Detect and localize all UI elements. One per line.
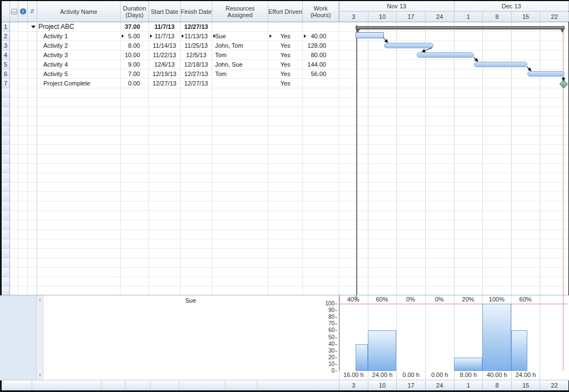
cell-empty[interactable] xyxy=(303,211,339,220)
cell-empty[interactable] xyxy=(181,145,212,154)
cell-empty[interactable] xyxy=(10,154,18,164)
cell-empty[interactable] xyxy=(18,268,28,277)
cell-empty[interactable] xyxy=(268,145,303,154)
cell-empty[interactable] xyxy=(268,98,303,107)
cell-empty[interactable] xyxy=(18,192,28,202)
cell-empty[interactable] xyxy=(2,230,10,239)
table-row-empty[interactable] xyxy=(2,145,339,154)
cell-num[interactable]: 3 xyxy=(2,41,10,51)
table-row-empty[interactable] xyxy=(2,117,339,126)
cell-empty[interactable] xyxy=(268,164,303,173)
cell-empty[interactable] xyxy=(37,117,121,126)
cell-empty[interactable] xyxy=(268,287,303,295)
cell-name[interactable]: Activity 5 xyxy=(37,69,121,79)
cell-num[interactable]: 7 xyxy=(2,79,10,88)
cell-empty[interactable] xyxy=(181,268,212,277)
cell-empty[interactable] xyxy=(149,164,181,173)
cell-num[interactable]: 2 xyxy=(2,32,10,41)
cell-empty[interactable] xyxy=(181,230,212,239)
column-header-info[interactable]: i xyxy=(18,1,28,22)
cell-empty[interactable] xyxy=(212,287,268,295)
table-row-empty[interactable] xyxy=(2,135,339,145)
cell-empty[interactable] xyxy=(2,164,10,173)
cell-empty[interactable] xyxy=(28,126,37,135)
cell-iconi3[interactable] xyxy=(28,41,37,51)
cell-empty[interactable] xyxy=(303,173,339,183)
cell-duration[interactable]: 10.00 xyxy=(121,51,149,60)
cell-empty[interactable] xyxy=(149,220,181,230)
cell-empty[interactable] xyxy=(268,183,303,192)
cell-empty[interactable] xyxy=(149,107,181,117)
cell-resources[interactable] xyxy=(212,79,268,88)
cell-resources[interactable]: John, Tom xyxy=(212,41,268,51)
cell-empty[interactable] xyxy=(121,239,149,249)
cell-empty[interactable] xyxy=(181,173,212,183)
table-row-activity-4[interactable]: 5Activity 49.0012/6/1312/18/13John, SueY… xyxy=(2,60,339,69)
cell-iconi3[interactable] xyxy=(28,60,37,69)
cell-empty[interactable] xyxy=(303,126,339,135)
cell-empty[interactable] xyxy=(18,211,28,220)
table-row-empty[interactable] xyxy=(2,268,339,277)
cell-start[interactable]: 11/14/13 xyxy=(149,41,181,51)
cell-empty[interactable] xyxy=(28,220,37,230)
cell-resources[interactable]: Tom xyxy=(212,51,268,60)
cell-empty[interactable] xyxy=(268,192,303,202)
cell-empty[interactable] xyxy=(149,183,181,192)
cell-empty[interactable] xyxy=(121,88,149,98)
cell-empty[interactable] xyxy=(2,249,10,258)
cell-empty[interactable] xyxy=(10,211,18,220)
cell-empty[interactable] xyxy=(181,202,212,211)
cell-iconi1[interactable] xyxy=(10,79,18,88)
cell-empty[interactable] xyxy=(121,220,149,230)
cell-empty[interactable] xyxy=(212,183,268,192)
cell-empty[interactable] xyxy=(303,192,339,202)
cell-empty[interactable] xyxy=(149,145,181,154)
cell-iconi2[interactable] xyxy=(18,41,28,51)
cell-empty[interactable] xyxy=(303,239,339,249)
cell-iconi2[interactable] xyxy=(18,22,28,32)
cell-empty[interactable] xyxy=(181,88,212,98)
table-row-empty[interactable] xyxy=(2,211,339,220)
cell-empty[interactable] xyxy=(37,183,121,192)
cell-empty[interactable] xyxy=(28,173,37,183)
gantt-bar-activity-2[interactable] xyxy=(384,43,433,48)
cell-iconi2[interactable] xyxy=(18,60,28,69)
cell-effort[interactable]: Yes xyxy=(268,60,303,69)
cell-empty[interactable] xyxy=(268,258,303,268)
cell-empty[interactable] xyxy=(121,211,149,220)
cell-finish[interactable]: 12/5/13 xyxy=(181,51,212,60)
vertical-scrollbar[interactable]: ∧ ∨ xyxy=(37,295,43,380)
cell-empty[interactable] xyxy=(268,249,303,258)
cell-empty[interactable] xyxy=(303,220,339,230)
cell-start[interactable]: 12/27/13 xyxy=(149,79,181,88)
cell-empty[interactable] xyxy=(212,211,268,220)
cell-empty[interactable] xyxy=(303,117,339,126)
cell-empty[interactable] xyxy=(303,98,339,107)
cell-empty[interactable] xyxy=(28,211,37,220)
table-row-empty[interactable] xyxy=(2,183,339,192)
cell-work[interactable]: 128.00 xyxy=(303,41,339,51)
cell-empty[interactable] xyxy=(2,183,10,192)
cell-effort[interactable]: Yes xyxy=(268,41,303,51)
cell-work[interactable]: 40.00 xyxy=(303,32,339,41)
cell-empty[interactable] xyxy=(28,277,37,287)
cell-empty[interactable] xyxy=(181,98,212,107)
cell-finish[interactable]: 11/13/13 xyxy=(181,32,212,41)
cell-empty[interactable] xyxy=(2,173,10,183)
cell-iconi1[interactable] xyxy=(10,32,18,41)
cell-empty[interactable] xyxy=(2,135,10,145)
cell-empty[interactable] xyxy=(149,211,181,220)
cell-empty[interactable] xyxy=(303,107,339,117)
cell-empty[interactable] xyxy=(10,107,18,117)
table-row-empty[interactable] xyxy=(2,126,339,135)
cell-empty[interactable] xyxy=(212,173,268,183)
cell-finish[interactable]: 12/27/13 xyxy=(181,79,212,88)
column-header-activity-name[interactable]: Activity Name xyxy=(37,1,121,22)
cell-empty[interactable] xyxy=(149,287,181,295)
cell-start[interactable]: 11/7/13 xyxy=(149,22,181,32)
cell-effort[interactable] xyxy=(268,22,303,32)
gantt-chart-area[interactable] xyxy=(339,22,568,295)
cell-work[interactable]: 144.00 xyxy=(303,60,339,69)
cell-empty[interactable] xyxy=(212,258,268,268)
cell-empty[interactable] xyxy=(149,258,181,268)
